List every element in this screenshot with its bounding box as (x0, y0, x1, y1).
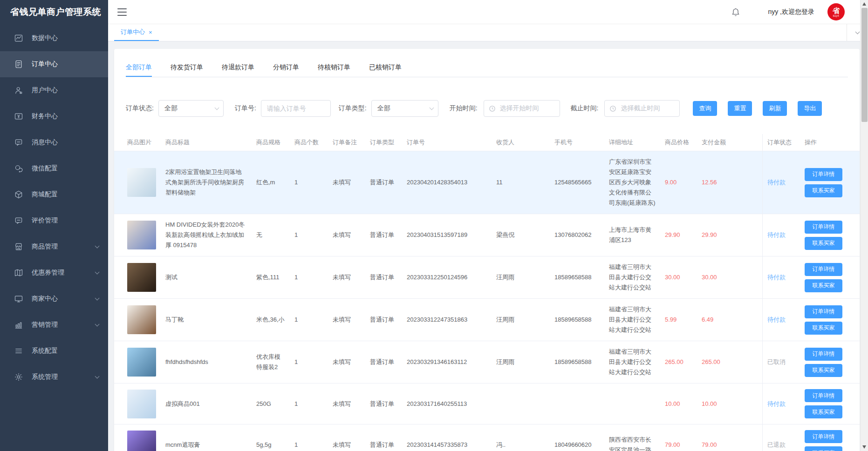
sidebar-item-message[interactable]: 消息中心 (0, 129, 108, 155)
end-time-picker[interactable]: 选择截止时间 (604, 100, 680, 117)
order-detail-button[interactable]: 订单详情 (805, 305, 842, 318)
sidebar-item-coupon[interactable]: 优惠券管理 (0, 260, 108, 286)
order-tab-4[interactable]: 待核销订单 (308, 58, 360, 77)
cell-text-title: 测试 (165, 272, 178, 283)
column-header-action: 操作 (800, 134, 860, 151)
search-button[interactable]: 查询 (693, 101, 717, 116)
workspace-tab-order-center[interactable]: 订单中心 × (114, 24, 159, 41)
table-row[interactable]: fhfdhdsfhdshfds优衣库模特服装21未填写普通订单202303291… (114, 341, 860, 384)
cell-text-order_no: 202304201428354013 (407, 177, 467, 188)
contact-buyer-button[interactable]: 联系买家 (805, 322, 842, 335)
sidebar-item-data[interactable]: 数据中心 (0, 25, 108, 51)
cell-order_no: 202304201428354013 (402, 151, 492, 214)
column-header-count: 商品个数 (290, 134, 328, 151)
reset-button[interactable]: 重置 (728, 101, 752, 116)
order-detail-button[interactable]: 订单详情 (805, 430, 842, 443)
column-header-image: 商品图片 (114, 134, 161, 151)
cell-action: 订单详情联系买家 (800, 299, 860, 341)
product-image-women-jacket-photo (127, 221, 156, 249)
order-detail-button[interactable]: 订单详情 (805, 221, 842, 234)
contact-buyer-button[interactable]: 联系买家 (805, 237, 842, 250)
cell-remark: 未填写 (328, 256, 365, 298)
cell-text-spec: 红色,m (256, 177, 275, 188)
order-tab-2[interactable]: 待退款订单 (212, 58, 264, 77)
order-detail-button[interactable]: 订单详情 (805, 348, 842, 361)
end-time-label: 截止时间: (571, 104, 599, 113)
sidebar-item-user[interactable]: 用户中心 (0, 77, 108, 103)
order-detail-button[interactable]: 订单详情 (805, 389, 842, 402)
contact-buyer-button[interactable]: 联系买家 (805, 184, 842, 197)
sidebar-item-finance[interactable]: 财务中心 (0, 103, 108, 129)
contact-buyer-button[interactable]: 联系买家 (805, 364, 842, 377)
order-tab-5[interactable]: 已核销订单 (360, 58, 411, 77)
table-row[interactable]: 马丁靴米色,36,小1未填写普通订单202303312247351863汪周雨1… (114, 299, 860, 341)
sidebar-item-sysmanage[interactable]: 系统管理 (0, 364, 108, 390)
cell-address: 福建省三明市大田县大建行公交站大建行公交站 (604, 341, 660, 383)
start-time-label: 开始时间: (450, 104, 478, 113)
sidebar-item-label: 商家中心 (32, 295, 96, 303)
sidebar-item-mall[interactable]: 商城配置 (0, 182, 108, 208)
cell-text-count: 1 (294, 272, 298, 283)
sidebar-item-wechat[interactable]: 微信配置 (0, 155, 108, 182)
topbar-right: nyy ,欢迎您登录 省 SQX (731, 3, 845, 20)
cell-title: 测试 (161, 256, 252, 298)
contact-buyer-button[interactable]: 联系买家 (805, 405, 842, 418)
table-row[interactable]: mcnm遮瑕膏5g,5g1未填写普通订单202303141457335873冯.… (114, 424, 860, 451)
cell-order_no: 202303141457335873 (402, 424, 492, 451)
cell-text-count: 1 (294, 357, 298, 367)
column-header-order_no: 订单号 (402, 134, 492, 151)
order-no-input[interactable] (267, 105, 325, 112)
refresh-button[interactable]: 刷新 (763, 101, 787, 116)
chevron-down-icon (95, 374, 100, 378)
cell-remark: 未填写 (328, 299, 365, 341)
order-tab-1[interactable]: 待发货订单 (161, 58, 212, 77)
cell-title: 2家用浴室置物架卫生间落地式角架厕所洗手间收纳架厨房塑料储物架 (161, 151, 252, 214)
order-tab-0[interactable]: 全部订单 (126, 58, 161, 77)
scrollbar-thumb[interactable] (861, 8, 868, 122)
cell-text-title: fhfdhdsfhdshfds (165, 357, 208, 367)
export-button[interactable]: 导出 (798, 101, 822, 116)
cell-text-price: 265.00 (665, 357, 683, 367)
order-tab-3[interactable]: 分销订单 (264, 58, 308, 77)
cell-text-phone: 18589658588 (554, 315, 592, 325)
sidebar-item-sysconfig[interactable]: 系统配置 (0, 338, 108, 364)
table-row[interactable]: 测试紫色,1111未填写普通订单202303312250124596汪周雨185… (114, 256, 860, 299)
table-row[interactable]: 2家用浴室置物架卫生间落地式角架厕所洗手间收纳架厨房塑料储物架红色,m1未填写普… (114, 151, 860, 214)
user-avatar[interactable]: 省 SQX (827, 3, 845, 20)
notification-bell-icon[interactable] (731, 7, 741, 17)
cell-text-receiver: 梁燕倪 (496, 230, 514, 240)
cell-address: 福建省三明市大田县大建行公交站大建行公交站 (604, 299, 660, 341)
scroll-up-arrow-icon[interactable] (862, 2, 866, 6)
table-row[interactable]: 虚拟商品001250G1未填写普通订单20230317164025511310.… (114, 384, 860, 424)
order-detail-button[interactable]: 订单详情 (805, 168, 842, 181)
cell-text-spec: 无 (256, 230, 262, 240)
cell-order_no: 202303312250124596 (402, 256, 492, 298)
product-image-teapot-set (127, 263, 156, 292)
clock-icon (489, 105, 496, 112)
cell-text-receiver: 汪周雨 (496, 357, 514, 367)
start-time-picker[interactable]: 选择开始时间 (484, 100, 560, 117)
contact-buyer-button[interactable]: 联系买家 (805, 279, 842, 292)
sidebar-item-review[interactable]: 评价管理 (0, 208, 108, 234)
scroll-down-arrow-icon[interactable] (862, 445, 866, 449)
order-detail-button[interactable]: 订单详情 (805, 263, 842, 276)
sidebar-item-label: 微信配置 (32, 164, 99, 173)
finance-icon (14, 112, 23, 121)
product-image-brown-boots (127, 305, 156, 334)
sidebar-item-marketing[interactable]: 营销管理 (0, 312, 108, 338)
contact-buyer-button[interactable]: 联系买家 (805, 446, 842, 451)
wechat-icon (14, 164, 23, 173)
cell-receiver (492, 384, 550, 424)
order-type-select[interactable]: 全部 (371, 100, 438, 117)
close-icon[interactable]: × (149, 29, 152, 36)
clock-icon (609, 105, 616, 112)
table-row[interactable]: HM DIVIDED女装外套2020冬装新款高领摇粒绒上衣加绒加厚 091547… (114, 214, 860, 256)
hamburger-menu-icon[interactable] (117, 8, 127, 16)
order-status-select[interactable]: 全部 (158, 100, 224, 117)
sidebar-item-product[interactable]: 商品管理 (0, 234, 108, 260)
cell-text-remark: 未填写 (333, 315, 351, 325)
cell-phone: 18589658588 (550, 341, 604, 383)
sidebar-item-order[interactable]: 订单中心 (0, 51, 108, 77)
cell-address: 广东省深圳市宝安区延康路宝安区西乡大河映象文化传播有限公司东南(延康路东) (604, 151, 660, 214)
sidebar-item-merchant[interactable]: 商家中心 (0, 286, 108, 312)
